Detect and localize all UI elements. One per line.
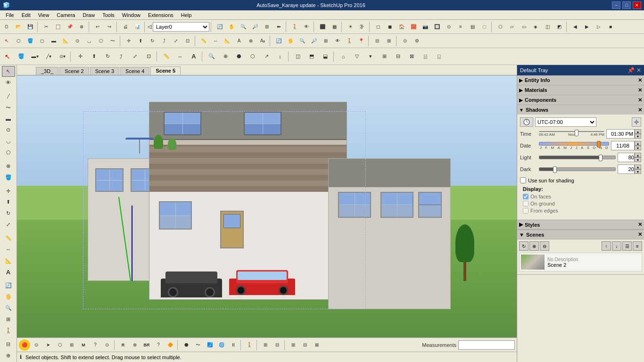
lt-scale[interactable]: ⤢ xyxy=(2,219,15,230)
tb-paste[interactable]: 📌 xyxy=(64,21,75,33)
scenes-move-down-btn[interactable]: ↓ xyxy=(612,241,621,251)
tb2-zoom-ext2[interactable]: ⊞ xyxy=(320,35,331,47)
tb-style9[interactable]: ▤ xyxy=(467,21,478,33)
bt-solid-sub[interactable]: BR xyxy=(141,339,152,351)
tb2-look2[interactable]: 👁 xyxy=(332,35,343,47)
bt-zoom-win[interactable]: ⊟ xyxy=(272,339,283,351)
tb2-select[interactable]: ↖ xyxy=(1,35,12,47)
tb-zoom-extents[interactable]: ⊞ xyxy=(261,21,272,33)
tb3-transform[interactable]: ↗ xyxy=(260,50,273,63)
tb-look-around[interactable]: 👁 xyxy=(301,21,312,33)
lt-select[interactable]: ↖ xyxy=(2,66,15,77)
tab-scene2[interactable]: Scene 2 xyxy=(59,67,89,75)
measurements-input[interactable] xyxy=(458,340,515,350)
use-shading-label[interactable]: Use sun for shading xyxy=(528,178,574,183)
tb2-erase[interactable]: ◻ xyxy=(36,35,48,47)
tb2-dynamic[interactable]: ⚙ xyxy=(411,35,422,47)
tb3-section-h[interactable]: ⬒ xyxy=(305,50,318,63)
menu-window[interactable]: Window xyxy=(118,11,144,19)
tb-style1[interactable]: ◻ xyxy=(372,21,384,33)
tb-erase[interactable]: ⊗ xyxy=(76,21,87,33)
light-slider-wrap[interactable] xyxy=(539,156,616,159)
tb-monochrome[interactable]: ◩ xyxy=(553,21,565,33)
tb3-line[interactable]: ╱▾ xyxy=(42,50,55,63)
bt-section-plane[interactable]: ⊞ xyxy=(288,339,299,351)
tb3-solid[interactable]: ⬣ xyxy=(232,50,246,63)
minimize-button[interactable]: − xyxy=(612,1,620,9)
lt-move[interactable]: ✛ xyxy=(2,186,15,197)
lt-arc[interactable]: ◡ xyxy=(2,136,15,147)
tb-stop[interactable]: ■ xyxy=(605,21,616,33)
tb2-arc[interactable]: ◡ xyxy=(83,35,95,47)
menu-camera[interactable]: Camera xyxy=(53,11,79,19)
tb2-zoom2[interactable]: 🔍 xyxy=(297,35,308,47)
lt-section[interactable]: ⊟ xyxy=(2,339,15,350)
bt-center[interactable]: ⊙ xyxy=(101,339,113,351)
tb-pan[interactable]: ✋ xyxy=(226,21,237,33)
on-faces-checkbox[interactable] xyxy=(523,194,528,199)
bt-pause[interactable]: ⏸ xyxy=(228,339,239,351)
tb2-zoom-win2[interactable]: 🔎 xyxy=(308,35,320,47)
tb2-orbit2[interactable]: 🔄 xyxy=(273,35,284,47)
menu-help[interactable]: Help xyxy=(177,11,196,19)
tb-section[interactable]: ⬛ xyxy=(317,21,328,33)
entity-info-close[interactable]: ✕ xyxy=(638,77,642,83)
lt-axes[interactable]: ⊕ xyxy=(2,350,15,361)
bt-make-group[interactable]: ⊞ xyxy=(66,339,77,351)
tb2-section-cut[interactable]: ⊞ xyxy=(383,35,395,47)
lt-circle[interactable]: ⊙ xyxy=(2,124,15,135)
dark-input[interactable] xyxy=(618,165,635,174)
lt-protractor[interactable]: 📐 xyxy=(2,255,15,266)
tb3-select[interactable]: ↖ xyxy=(1,50,14,63)
tb3-search[interactable]: 🔍 xyxy=(205,50,218,63)
tb2-polygon[interactable]: ⬠ xyxy=(95,35,107,47)
tb2-line[interactable]: 📐 xyxy=(60,35,71,47)
bt-standard[interactable]: R xyxy=(117,339,129,351)
tb-undo[interactable]: ↩ xyxy=(92,21,103,33)
tb-section-display[interactable]: ▦ xyxy=(329,21,340,33)
tb3-sandbox7[interactable]: ⌻ xyxy=(419,50,432,63)
tb-shaded-tex[interactable]: ◫ xyxy=(542,21,553,33)
tb3-offset[interactable]: ⊡ xyxy=(142,50,155,63)
tb-fog[interactable]: 🌫 xyxy=(356,21,368,33)
lt-push[interactable]: ⬆ xyxy=(2,197,15,207)
dark-slider-wrap[interactable] xyxy=(539,167,616,171)
shadows-close[interactable]: ✕ xyxy=(638,107,642,113)
tb-style7[interactable]: ⊙ xyxy=(443,21,454,33)
tb-shadows[interactable]: ☀ xyxy=(345,21,356,33)
tb2-push-pull[interactable]: ⬆ xyxy=(135,35,146,47)
menu-draw[interactable]: Draw xyxy=(79,11,99,19)
menu-tools[interactable]: Tools xyxy=(99,11,118,19)
tb3-circle[interactable]: ⊙▾ xyxy=(56,50,69,63)
bt-dynamic-comp[interactable]: 🔶 xyxy=(165,339,176,351)
tb3-component[interactable]: ⊕ xyxy=(219,50,232,63)
tb2-dim[interactable]: ↔ xyxy=(210,35,221,47)
tb-zoom-window[interactable]: 🔎 xyxy=(249,21,261,33)
tb3-rotate[interactable]: ↻ xyxy=(101,50,114,63)
bt-section-fill[interactable]: ⊠ xyxy=(311,339,322,351)
bt-terrain[interactable]: 🗾 xyxy=(204,339,215,351)
scenes-detail-btn[interactable]: ≡ xyxy=(633,241,642,251)
maximize-button[interactable]: □ xyxy=(622,1,631,9)
tb3-sandbox1[interactable]: ⌂ xyxy=(337,50,350,63)
tb3-move[interactable]: ✛ xyxy=(74,50,87,63)
tb3-tape[interactable]: 📏 xyxy=(160,50,173,63)
dark-down[interactable]: ▼ xyxy=(635,169,641,174)
tb2-pan2[interactable]: 🖐 xyxy=(285,35,296,47)
scenes-move-up-btn[interactable]: ↑ xyxy=(602,241,611,251)
tb3-rect[interactable]: ▬▾ xyxy=(28,50,41,63)
lt-zoom-ext[interactable]: ⊞ xyxy=(2,314,15,325)
bt-profile[interactable]: 🌀 xyxy=(216,339,227,351)
materials-close[interactable]: ✕ xyxy=(638,87,642,93)
tb2-paint[interactable]: 🪣 xyxy=(25,35,36,47)
tab-scene3[interactable]: Scene 3 xyxy=(90,67,119,75)
tb-style5[interactable]: 📷 xyxy=(420,21,431,33)
tb3-section-v[interactable]: ⬓ xyxy=(319,50,332,63)
lt-pan[interactable]: 🖐 xyxy=(2,291,15,302)
tb2-circle[interactable]: ⊙ xyxy=(72,35,83,47)
tb2-section2[interactable]: ⊟ xyxy=(372,35,383,47)
tb3-follow[interactable]: ⤴ xyxy=(115,50,128,63)
tb-prev-view[interactable]: ⬅ xyxy=(273,21,284,33)
tb2-component-opt[interactable]: ⊙ xyxy=(399,35,411,47)
dark-up[interactable]: ▲ xyxy=(635,165,641,169)
